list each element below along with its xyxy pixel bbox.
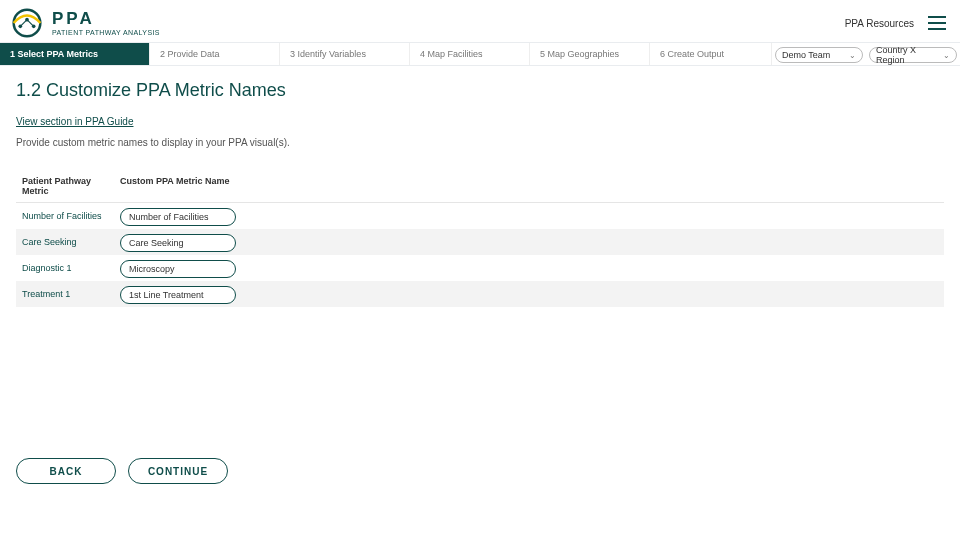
step-5-map-geographies[interactable]: 5 Map Geographies [530,43,650,65]
table-header: Patient Pathway Metric Custom PPA Metric… [16,170,944,203]
guide-link[interactable]: View section in PPA Guide [16,116,133,127]
menu-icon[interactable] [928,16,946,30]
chevron-down-icon: ⌄ [943,51,950,60]
step-nav: 1 Select PPA Metrics 2 Provide Data 3 Id… [0,42,960,66]
continue-button[interactable]: CONTINUE [128,458,228,484]
region-selector[interactable]: Country X Region ⌄ [869,47,957,63]
main-content: 1.2 Customize PPA Metric Names View sect… [0,66,960,307]
step-3-identify-variables[interactable]: 3 Identify Variables [280,43,410,65]
step-6-create-output[interactable]: 6 Create Output [650,43,772,65]
page-title: 1.2 Customize PPA Metric Names [16,80,944,101]
chevron-down-icon: ⌄ [849,51,856,60]
metric-label: Diagnostic 1 [16,263,120,273]
step-2-provide-data[interactable]: 2 Provide Data [150,43,280,65]
header: PPA PATIENT PATHWAY ANALYSIS PPA Resourc… [0,0,960,42]
col-header-custom-name: Custom PPA Metric Name [120,176,260,196]
brand-subtitle: PATIENT PATHWAY ANALYSIS [52,29,160,36]
metric-label: Number of Facilities [16,211,120,221]
step-1-select-ppa-metrics[interactable]: 1 Select PPA Metrics [0,43,150,65]
metric-name-input[interactable] [120,286,236,304]
table-row: Number of Facilities [16,203,944,229]
metric-label: Treatment 1 [16,289,120,299]
table-row: Care Seeking [16,229,944,255]
footer-buttons: BACK CONTINUE [16,458,228,484]
page-description: Provide custom metric names to display i… [16,137,944,148]
ppa-logo-icon [10,8,44,38]
region-selector-label: Country X Region [876,45,943,65]
metric-label: Care Seeking [16,237,120,247]
metric-name-input[interactable] [120,208,236,226]
table-row: Treatment 1 [16,281,944,307]
metric-table: Patient Pathway Metric Custom PPA Metric… [16,170,944,307]
team-selector-label: Demo Team [782,50,830,60]
svg-line-4 [20,20,27,27]
svg-point-0 [14,10,41,37]
back-button[interactable]: BACK [16,458,116,484]
step-4-map-facilities[interactable]: 4 Map Facilities [410,43,530,65]
metric-name-input[interactable] [120,234,236,252]
team-selector[interactable]: Demo Team ⌄ [775,47,863,63]
col-header-metric: Patient Pathway Metric [16,176,120,196]
brand-title: PPA [52,10,160,27]
ppa-resources-link[interactable]: PPA Resources [845,18,914,29]
brand: PPA PATIENT PATHWAY ANALYSIS [10,8,160,38]
svg-line-5 [27,20,34,27]
table-row: Diagnostic 1 [16,255,944,281]
metric-name-input[interactable] [120,260,236,278]
